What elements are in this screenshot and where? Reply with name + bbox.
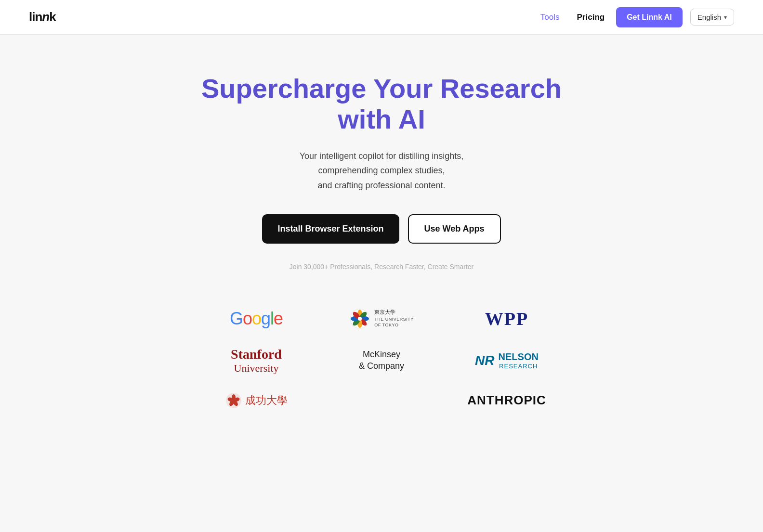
- hero-section: Supercharge Your Research with AI Your i…: [0, 35, 763, 447]
- ncku-logo: 成功大學: [208, 392, 304, 409]
- language-label: English: [697, 13, 721, 21]
- nav-tools[interactable]: Tools: [540, 13, 560, 22]
- chevron-down-icon: ▾: [724, 14, 727, 21]
- get-linnk-button[interactable]: Get Linnk AI: [616, 7, 683, 27]
- university-of-tokyo-logo: 東京大学 THE UNIVERSITY OF TOKYO: [333, 308, 430, 329]
- hero-subtitle: Your intelligent copilot for distilling …: [300, 149, 464, 193]
- google-logo: Google: [208, 309, 304, 329]
- wpp-logo: WPP: [459, 308, 555, 329]
- nav-links: Tools Pricing: [540, 13, 605, 22]
- nav-pricing[interactable]: Pricing: [577, 13, 605, 22]
- hero-buttons: Install Browser Extension Use Web Apps: [262, 214, 500, 244]
- stanford-logo: Stanford University: [208, 347, 304, 375]
- use-webapps-button[interactable]: Use Web Apps: [408, 214, 501, 244]
- navbar: linnk Tools Pricing Get Linnk AI English…: [0, 0, 763, 35]
- logos-row-1: Google: [165, 299, 598, 338]
- logos-row-3: 成功大學 ANTHROPIC: [165, 383, 598, 418]
- svg-point-16: [232, 399, 235, 402]
- hero-title: Supercharge Your Research with AI: [189, 73, 574, 135]
- logos-section: Google: [165, 299, 598, 418]
- nelson-research-logo: NR NELSON RESEARCH: [459, 351, 555, 370]
- svg-point-9: [358, 317, 362, 321]
- install-extension-button[interactable]: Install Browser Extension: [262, 214, 399, 244]
- social-proof-text: Join 30,000+ Professionals, Research Fas…: [289, 263, 474, 271]
- logo[interactable]: linnk: [29, 10, 56, 25]
- logos-row-2: Stanford University McKinsey & Company N…: [165, 338, 598, 383]
- mckinsey-logo: McKinsey & Company: [333, 349, 430, 372]
- anthropic-logo: ANTHROPIC: [459, 393, 555, 408]
- language-selector[interactable]: English ▾: [690, 9, 734, 26]
